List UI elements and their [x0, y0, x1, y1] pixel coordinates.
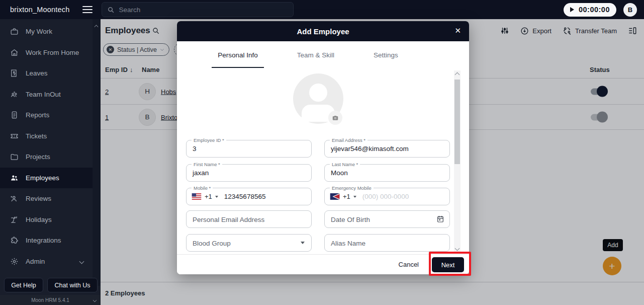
puzzle-icon	[10, 236, 19, 245]
first-name-field[interactable]: First Name * jaxan	[186, 164, 312, 182]
sidebar-item-label: Team InOut	[26, 91, 61, 98]
sidebar-item-holidays[interactable]: Holidays	[0, 209, 93, 230]
field-placeholder: Date Of Birth	[331, 215, 370, 223]
menu-toggle-icon[interactable]	[82, 4, 93, 15]
sidebar-item-label: My Work	[26, 28, 52, 35]
sidebar-item-my-work[interactable]: My Work	[0, 21, 93, 42]
sidebar-item-label: Reviews	[26, 195, 51, 202]
tab-personal-info[interactable]: Personal Info	[212, 42, 264, 68]
sidebar-item-team-inout[interactable]: Team InOut	[0, 84, 93, 105]
person-icon	[309, 84, 327, 102]
field-label: First Name *	[192, 162, 222, 167]
search-input[interactable]	[119, 6, 269, 14]
sidebar-item-label: Integrations	[26, 237, 61, 244]
dial-code[interactable]: +1	[343, 193, 350, 200]
dial-code-dropdown-icon[interactable]	[215, 196, 218, 198]
sidebar-item-label: Holidays	[26, 216, 52, 223]
report-icon	[10, 111, 19, 119]
sidebar-item-reviews[interactable]: Reviews	[0, 188, 93, 209]
field-value: jaxan	[193, 169, 209, 177]
modal-header: Add Employee ✕	[177, 21, 469, 41]
search-icon	[107, 6, 115, 14]
field-label: Last Name *	[330, 162, 360, 167]
timer-value: 00:00:00	[579, 6, 610, 14]
reviews-icon	[10, 194, 19, 203]
ticket-icon	[10, 132, 19, 140]
scrollbar-thumb[interactable]	[454, 80, 460, 164]
chat-with-us-button[interactable]: Chat with Us	[47, 278, 98, 292]
calendar-icon[interactable]	[436, 215, 444, 223]
as-flag-icon	[330, 193, 340, 200]
blood-group-select[interactable]: Blood Group	[186, 234, 312, 252]
home-icon	[10, 48, 19, 57]
cancel-button[interactable]: Cancel	[399, 261, 419, 268]
dial-code[interactable]: +1	[205, 193, 212, 200]
company-name: brixton_Moontech	[10, 6, 69, 14]
field-label: Email Address *	[330, 137, 367, 143]
upload-photo-button[interactable]	[328, 111, 342, 125]
alias-name-field[interactable]: Alias Name	[324, 234, 450, 252]
tab-settings[interactable]: Settings	[367, 42, 404, 68]
sidebar-item-work-from-home[interactable]: Work From Home	[0, 42, 93, 63]
sidebar-item-admin[interactable]: Admin	[0, 251, 93, 272]
sidebar-item-label: Projects	[26, 153, 50, 161]
next-button[interactable]: Next	[432, 257, 464, 272]
field-value: 3	[193, 145, 197, 152]
us-flag-icon	[192, 193, 202, 200]
scroll-down-icon[interactable]	[455, 246, 460, 251]
sidebar-item-integrations[interactable]: Integrations	[0, 230, 93, 251]
modal-footer: Cancel Next	[177, 254, 469, 274]
dial-code-dropdown-icon[interactable]	[353, 196, 356, 198]
employee-id-field[interactable]: Employee ID * 3	[186, 140, 312, 158]
sidebar-item-tickets[interactable]: Tickets	[0, 126, 93, 146]
scroll-up-icon[interactable]	[455, 72, 460, 78]
global-search[interactable]	[102, 2, 294, 17]
top-bar: brixton_Moontech 00:00:00 B	[0, 0, 644, 19]
leave-exit-icon	[10, 69, 19, 78]
tab-team-skill[interactable]: Team & Skill	[291, 42, 340, 68]
dropdown-arrow-icon	[301, 242, 305, 244]
sidebar-item-label: Admin	[26, 258, 45, 265]
gear-icon	[10, 257, 19, 266]
sidebar-scrollbar[interactable]	[93, 19, 101, 286]
email-field[interactable]: Email Address * yijevar546@kimasoft.com	[324, 140, 450, 158]
modal-scrollbar[interactable]	[454, 70, 461, 253]
emergency-mobile-field[interactable]: Emergency Mobile +1 (000) 000-0000	[324, 188, 450, 205]
field-placeholder: Blood Group	[193, 239, 231, 247]
play-icon	[570, 7, 574, 12]
sidebar-item-employees[interactable]: Employees	[0, 168, 93, 188]
sidebar-item-label: Reports	[26, 111, 49, 119]
field-label: Employee ID *	[192, 137, 226, 143]
app-window: brixton_Moontech 00:00:00 B My Work Work…	[0, 0, 644, 305]
app-version: Moon HRM 5.4.1	[0, 295, 101, 305]
sidebar-item-label: Employees	[26, 174, 59, 182]
personal-email-field[interactable]: Personal Email Address	[186, 210, 312, 228]
close-icon[interactable]: ✕	[454, 26, 461, 35]
timer-widget[interactable]: 00:00:00	[564, 3, 616, 17]
get-help-button[interactable]: Get Help	[4, 278, 43, 292]
field-placeholder: Alias Name	[331, 239, 365, 247]
sidebar-item-label: Tickets	[26, 132, 47, 140]
briefcase-icon	[10, 27, 19, 36]
last-name-field[interactable]: Last Name * Moon	[324, 164, 450, 182]
modal-tabs: Personal Info Team & Skill Settings	[162, 42, 454, 68]
field-placeholder: (000) 000-0000	[362, 193, 409, 200]
user-avatar[interactable]: B	[623, 3, 637, 17]
scroll-down-icon[interactable]	[93, 298, 97, 301]
employees-icon	[10, 174, 19, 182]
modal-title: Add Employee	[297, 27, 349, 36]
sidebar-item-leaves[interactable]: Leaves	[0, 63, 93, 84]
field-value: yijevar546@kimasoft.com	[331, 145, 409, 152]
field-value: Moon	[331, 169, 348, 177]
sidebar-item-label: Leaves	[26, 69, 48, 77]
sidebar-item-label: Work From Home	[26, 49, 79, 56]
field-value: 12345678565	[224, 193, 266, 200]
date-of-birth-field[interactable]: Date Of Birth	[324, 210, 450, 228]
palm-tree-icon	[10, 215, 19, 224]
chevron-down-icon	[79, 259, 84, 264]
mobile-field[interactable]: Mobile * +1 12345678565	[186, 188, 312, 205]
sidebar-item-projects[interactable]: Projects	[0, 146, 93, 167]
sidebar: My Work Work From Home Leaves Team InOut…	[0, 19, 101, 305]
camera-icon	[332, 114, 339, 121]
sidebar-item-reports[interactable]: Reports	[0, 105, 93, 125]
